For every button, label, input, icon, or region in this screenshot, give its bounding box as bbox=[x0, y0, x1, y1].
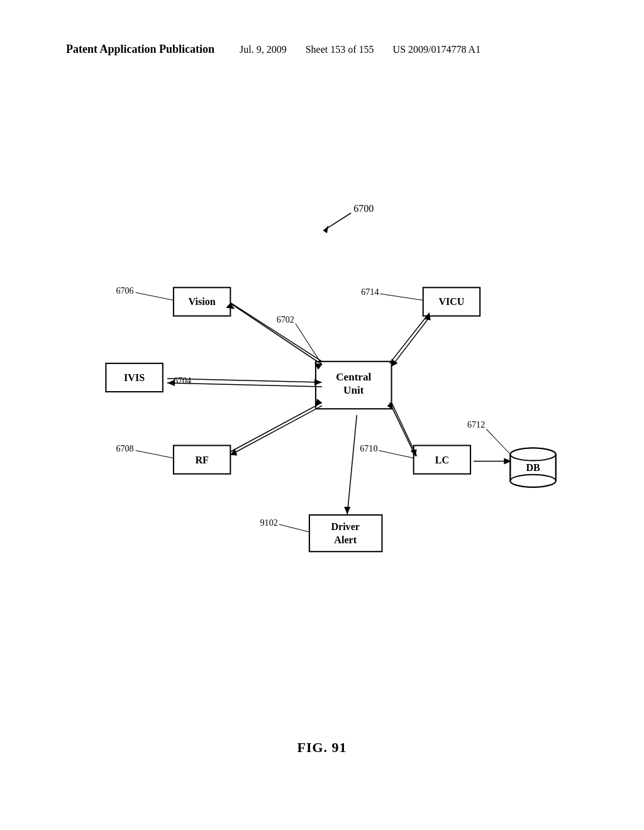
svg-line-26 bbox=[296, 324, 322, 365]
svg-line-47 bbox=[279, 524, 309, 532]
label-6708: 6708 bbox=[116, 444, 134, 454]
svg-marker-1 bbox=[323, 226, 328, 233]
svg-point-40 bbox=[510, 448, 555, 460]
page-header: Patent Application Publication Jul. 9, 2… bbox=[0, 43, 644, 56]
node-lc: LC bbox=[435, 455, 449, 465]
header-number: US 2009/0174778 A1 bbox=[393, 44, 481, 55]
svg-line-16 bbox=[389, 313, 429, 363]
publication-title: Patent Application Publication bbox=[66, 43, 214, 56]
diagram-svg: 6700 bbox=[50, 113, 594, 654]
label-6706: 6706 bbox=[116, 285, 134, 296]
svg-line-20 bbox=[389, 402, 415, 456]
label-6714: 6714 bbox=[361, 287, 379, 297]
svg-point-41 bbox=[510, 475, 555, 487]
label-6700: 6700 bbox=[353, 203, 374, 214]
label-6712: 6712 bbox=[467, 419, 485, 429]
label-6702: 6702 bbox=[277, 314, 294, 324]
node-central-line1: Central bbox=[336, 371, 371, 383]
svg-rect-33 bbox=[309, 515, 382, 551]
node-ivis: IVIS bbox=[124, 372, 145, 383]
svg-marker-11 bbox=[316, 399, 322, 406]
svg-line-45 bbox=[379, 450, 413, 458]
node-driver-line1: Driver bbox=[331, 521, 359, 532]
svg-line-10 bbox=[230, 402, 322, 451]
svg-line-43 bbox=[136, 450, 174, 458]
svg-line-12 bbox=[230, 406, 322, 455]
node-vicu: VICU bbox=[438, 296, 464, 307]
header-sheet: Sheet 153 of 155 bbox=[306, 44, 374, 55]
node-rf: RF bbox=[195, 455, 209, 465]
label-6704: 6704 bbox=[174, 375, 191, 385]
node-driver-line2: Alert bbox=[334, 534, 357, 545]
svg-marker-23 bbox=[344, 507, 350, 514]
figure-label: FIG. 91 bbox=[0, 739, 644, 756]
svg-line-22 bbox=[347, 415, 357, 514]
label-6710: 6710 bbox=[360, 444, 377, 454]
svg-line-14 bbox=[392, 318, 430, 367]
node-central-line2: Unit bbox=[343, 384, 364, 396]
svg-line-4 bbox=[230, 302, 322, 361]
node-vision: Vision bbox=[189, 296, 216, 307]
diagram-container: 6700 bbox=[50, 113, 594, 654]
svg-line-42 bbox=[136, 292, 174, 300]
label-9102: 9102 bbox=[260, 517, 278, 528]
header-date: Jul. 9, 2009 bbox=[240, 44, 287, 55]
svg-line-46 bbox=[486, 429, 510, 454]
node-db: DB bbox=[526, 462, 540, 473]
svg-line-44 bbox=[380, 294, 423, 300]
svg-line-2 bbox=[230, 303, 322, 364]
